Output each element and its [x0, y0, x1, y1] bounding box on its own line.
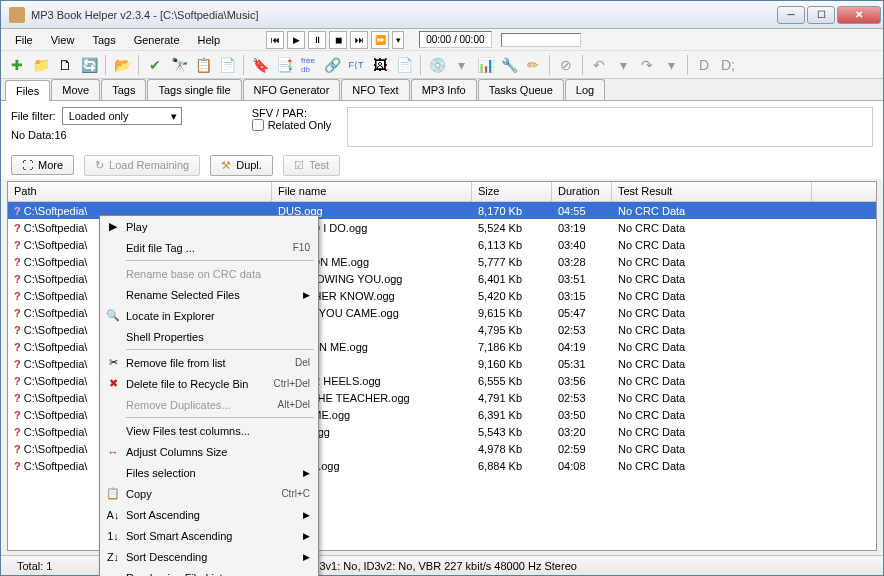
submenu-arrow-icon: ▶	[303, 552, 310, 562]
player-next-button[interactable]: ⏭	[350, 31, 368, 49]
copy-icon[interactable]: 📋	[193, 55, 213, 75]
image-icon[interactable]: 🖼	[370, 55, 390, 75]
chart-icon[interactable]: 📊	[475, 55, 495, 75]
close-button[interactable]	[837, 6, 881, 24]
undo-dropdown-icon[interactable]: ▾	[613, 55, 633, 75]
player-play-button[interactable]: ▶	[287, 31, 305, 49]
freedb-icon[interactable]: freedb	[298, 55, 318, 75]
redo-icon[interactable]: ↷	[637, 55, 657, 75]
header-path[interactable]: Path	[8, 182, 272, 201]
menu-generate[interactable]: Generate	[126, 31, 188, 49]
header-duration[interactable]: Duration	[552, 182, 612, 201]
binoculars-icon[interactable]: 🔭	[169, 55, 189, 75]
test-button[interactable]: ☑Test	[283, 155, 340, 176]
header-size[interactable]: Size	[472, 182, 552, 201]
context-icon: Z↓	[104, 549, 122, 565]
question-icon: ?	[14, 409, 21, 421]
question-icon: ?	[14, 239, 21, 251]
button-row: ⛶More ↻Load Remaining ⚒Dupl. ☑Test	[1, 151, 883, 179]
tab-files[interactable]: Files	[5, 80, 50, 101]
new-doc-icon[interactable]: 🗋	[55, 55, 75, 75]
dupl-icon: ⚒	[221, 159, 231, 172]
tool-icon[interactable]: 🔧	[499, 55, 519, 75]
cd-icon[interactable]: 💿	[427, 55, 447, 75]
context-icon: 1↓	[104, 528, 122, 544]
context-icon: A↓	[104, 507, 122, 523]
tab-tags[interactable]: Tags	[101, 79, 146, 100]
tab-tasks-queue[interactable]: Tasks Queue	[478, 79, 564, 100]
context-item-edit-file-tag[interactable]: Edit file Tag ...F10	[100, 237, 318, 258]
load-remaining-button[interactable]: ↻Load Remaining	[84, 155, 200, 176]
web-icon[interactable]: 🔗	[322, 55, 342, 75]
context-item-view-files-test-columns[interactable]: View Files test columns...	[100, 420, 318, 441]
filter-area: File filter: Loaded only No Data:16 SFV …	[1, 101, 883, 151]
menu-file[interactable]: File	[7, 31, 41, 49]
question-icon: ?	[14, 205, 21, 217]
status-info: 3v1: No, ID3v2: No, VBR 227 kbit/s 48000…	[310, 560, 584, 572]
player-seek-slider[interactable]	[501, 33, 581, 47]
undo-icon[interactable]: ↶	[589, 55, 609, 75]
related-only-label: Related Only	[268, 119, 332, 131]
menu-tags[interactable]: Tags	[84, 31, 123, 49]
tab-move[interactable]: Move	[51, 79, 100, 100]
context-item-rename-selected-files[interactable]: Rename Selected Files▶	[100, 284, 318, 305]
dropdown-icon[interactable]: ▾	[451, 55, 471, 75]
context-item-remove-file-from-list[interactable]: ✂Remove file from listDel	[100, 352, 318, 373]
folder-icon[interactable]: 📁	[31, 55, 51, 75]
tab-tags-single-file[interactable]: Tags single file	[147, 79, 241, 100]
toolbar: ✚ 📁 🗋 🔄 📂 ✔ 🔭 📋 📄 🔖 📑 freedb 🔗 F⟨T 🖼 📄 💿…	[1, 51, 883, 79]
context-item-randomize-file-list[interactable]: Randomize File List	[100, 567, 318, 576]
player-prev-button[interactable]: ⏮	[266, 31, 284, 49]
player-stop-button[interactable]: ◼	[329, 31, 347, 49]
add-icon[interactable]: ✚	[7, 55, 27, 75]
clear-icon[interactable]: ✏	[523, 55, 543, 75]
question-icon: ?	[14, 460, 21, 472]
context-item-sort-descending[interactable]: Z↓Sort Descending▶	[100, 546, 318, 567]
toolbar-separator	[420, 55, 421, 75]
menu-help[interactable]: Help	[190, 31, 229, 49]
open-folder-icon[interactable]: 📂	[112, 55, 132, 75]
question-icon: ?	[14, 222, 21, 234]
tab-log[interactable]: Log	[565, 79, 605, 100]
context-item-play[interactable]: ▶Play	[100, 216, 318, 237]
player-end-button[interactable]: ⏩	[371, 31, 389, 49]
player-dropdown-button[interactable]: ▾	[392, 31, 404, 49]
tag-icon[interactable]: 🔖	[250, 55, 270, 75]
context-item-adjust-columns-size[interactable]: ↔Adjust Columns Size	[100, 441, 318, 462]
context-item-locate-in-explorer[interactable]: 🔍Locate in Explorer	[100, 305, 318, 326]
stop-icon[interactable]: ⊘	[556, 55, 576, 75]
more-button[interactable]: ⛶More	[11, 155, 74, 175]
context-icon: ✖	[104, 376, 122, 392]
maximize-button[interactable]	[807, 6, 835, 24]
tags-icon[interactable]: 📑	[274, 55, 294, 75]
redo-dropdown-icon[interactable]: ▾	[661, 55, 681, 75]
text-icon[interactable]: F⟨T	[346, 55, 366, 75]
context-item-delete-file-to-recycle-bin[interactable]: ✖Delete file to Recycle BinCtrl+Del	[100, 373, 318, 394]
dupl-button[interactable]: ⚒Dupl.	[210, 155, 273, 176]
header-filename[interactable]: File name	[272, 182, 472, 201]
disc2-icon[interactable]: D;	[718, 55, 738, 75]
filter-info-panel	[347, 107, 873, 147]
context-item-shell-properties[interactable]: Shell Properties	[100, 326, 318, 347]
context-item-sort-ascending[interactable]: A↓Sort Ascending▶	[100, 504, 318, 525]
tab-nfo-generator[interactable]: NFO Generator	[243, 79, 341, 100]
tab-mp3-info[interactable]: MP3 Info	[411, 79, 477, 100]
question-icon: ?	[14, 324, 21, 336]
menu-view[interactable]: View	[43, 31, 83, 49]
context-item-files-selection[interactable]: Files selection▶	[100, 462, 318, 483]
tab-nfo-text[interactable]: NFO Text	[341, 79, 409, 100]
header-test-result[interactable]: Test Result	[612, 182, 812, 201]
context-item-copy[interactable]: 📋CopyCtrl+C	[100, 483, 318, 504]
submenu-arrow-icon: ▶	[303, 510, 310, 520]
minimize-button[interactable]	[777, 6, 805, 24]
file-filter-combo[interactable]: Loaded only	[62, 107, 182, 125]
context-item-sort-smart-ascending[interactable]: 1↓Sort Smart Ascending▶	[100, 525, 318, 546]
context-separator	[126, 417, 314, 418]
doc-icon[interactable]: 📄	[394, 55, 414, 75]
related-only-checkbox[interactable]	[252, 119, 264, 131]
check-icon[interactable]: ✔	[145, 55, 165, 75]
paste-icon[interactable]: 📄	[217, 55, 237, 75]
player-pause-button[interactable]: ⏸	[308, 31, 326, 49]
refresh-icon[interactable]: 🔄	[79, 55, 99, 75]
disc1-icon[interactable]: D	[694, 55, 714, 75]
